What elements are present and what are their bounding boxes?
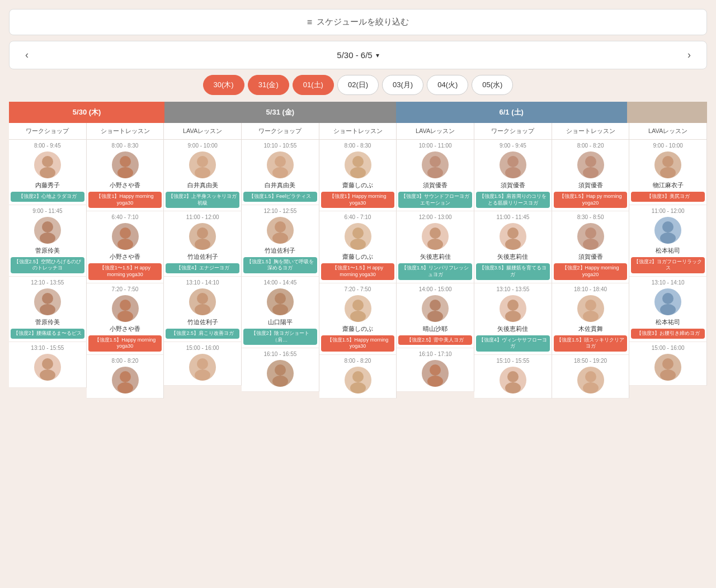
type-header-sat-short: ショートレッスン [552,123,630,140]
instructor-name: 白井真由美 [187,181,218,189]
type-header-thu-short: ショートレッスン [87,123,164,140]
svg-point-41 [427,167,443,178]
date-tab-tue[interactable]: 04(火) [427,75,468,95]
instructor-name: 菅原伶美 [35,318,60,326]
col-sat-short: ショートレッスン 8:00 - 8:20 須賀優香 【強度1.5】Hap py … [552,123,630,399]
svg-point-22 [197,358,208,369]
lesson-time: 6:40 - 7:10 [112,214,139,220]
lesson-time: 8:00 - 8:20 [112,358,139,364]
date-range-display[interactable]: 5/30 - 6/5 ▾ [337,50,379,60]
prev-arrow[interactable]: ‹ [21,47,33,63]
lesson-fri-w-4[interactable]: 16:10 - 16:55 [242,348,319,392]
lesson-time: 7:20 - 7:50 [112,286,139,292]
lesson-fri-s-2[interactable]: 6:40 - 7:10 齋藤しのぶ 【強度1〜1.5】H appy mornin… [319,211,397,283]
filter-bar[interactable]: ≡ スケジュールを絞り込む [9,9,707,35]
avatar [112,367,139,393]
svg-point-32 [352,156,364,167]
lesson-sat-l-3[interactable]: 14:00 - 15:00 晴山沙耶 【強度2.5】背中美人ヨガ [397,283,474,349]
date-tab-mon[interactable]: 03(月) [382,75,423,95]
lesson-time: 15:00 - 16:00 [186,345,219,351]
svg-point-7 [40,369,55,381]
next-arrow[interactable]: › [683,47,695,63]
lesson-fri-w-2[interactable]: 12:10 - 12:55 竹迫佐利子 【強度1.5】胸を開いて呼吸を深めるヨガ [242,205,319,277]
lesson-fri-w-1[interactable]: 10:10 - 10:55 白井真由美 【強度1.5】Feelピラティス [242,140,319,205]
avatar [267,151,294,178]
lesson-fri-s-3[interactable]: 7:20 - 7:50 齋藤しのぶ 【強度1.5】Happy morning y… [319,283,397,355]
lesson-sat-s-1[interactable]: 8:00 - 8:20 須賀優香 【強度1.5】Hap py morning y… [552,140,630,211]
lesson-extra-3[interactable]: 13:10 - 14:10 松本祐司 【強度3】お腰引き締めヨガ [629,277,707,342]
col-fri-short: ショートレッスン 8:00 - 8:30 齋藤しのぶ 【強度1】Happy mo… [319,123,397,399]
lesson-sat-l-1[interactable]: 10:00 - 11:00 須賀優香 【強度3】サウンドフローヨガエモーション [397,140,474,211]
lesson-fri-l-2[interactable]: 11:00 - 12:00 竹迫佐利子 【強度4】エナジーヨガ [164,211,242,277]
lesson-extra-4[interactable]: 15:00 - 16:00 [629,342,707,386]
lesson-time: 9:00 - 11:45 [32,208,62,214]
date-tab-thu[interactable]: 30(木) [203,75,244,95]
date-tab-sat[interactable]: 01(土) [293,75,334,95]
lesson-fri-w-3[interactable]: 14:00 - 14:45 山口陽平 【強度2】陰ヨガショート（肩… [242,277,319,348]
lesson-time: 8:30 - 8:50 [577,214,604,220]
svg-point-24 [275,156,286,167]
col-fri-workshop: ワークショップ 10:10 - 10:55 白井真由美 【強度1.5】Feelピ… [242,123,319,399]
lesson-thu-ws-4[interactable]: 13:10 - 15:55 [9,342,87,388]
svg-point-35 [350,239,366,250]
date-tab-sun[interactable]: 02(日) [337,75,379,95]
nav-bar: ‹ 5/30 - 6/5 ▾ › [9,41,707,69]
lesson-thu-s-3[interactable]: 7:20 - 7:50 小野さや香 【強度1.5】Happy morning y… [87,283,164,355]
lesson-thu-s-4[interactable]: 8:00 - 8:20 [87,355,164,399]
svg-point-31 [272,376,288,387]
lesson-fri-l-3[interactable]: 13:10 - 14:10 竹迫佐利子 【強度2.5】肩こり改善ヨガ [164,277,242,342]
lesson-sat-s-2[interactable]: 8:30 - 8:50 須賀優香 【強度2】Happy morning yoga… [552,211,630,283]
lesson-time: 14:00 - 15:00 [419,286,452,292]
instructor-name: 矢後恵莉佳 [497,325,528,333]
type-header-sat-ws: ワークショップ [474,123,552,140]
svg-point-55 [505,382,521,393]
lesson-thu-s-2[interactable]: 6:40 - 7:10 小野さや香 【強度1〜1.5】H appy mornin… [87,211,164,283]
lesson-time: 8:00 - 8:20 [345,358,371,364]
lesson-sat-w-3[interactable]: 13:10 - 13:55 矢後恵莉佳 【強度4】ヴィンヤサフローヨガ [474,283,552,355]
svg-point-0 [42,156,53,167]
lesson-sat-l-2[interactable]: 12:00 - 13:00 矢後恵莉佳 【強度1.5】リンパリフレッシュヨガ [397,211,474,283]
lesson-sat-w-1[interactable]: 9:00 - 9:45 須賀優香 【強度1.5】肩首周りのコリをとる筋膜リリース… [474,140,552,211]
lesson-thu-ws-2[interactable]: 9:00 - 11:45 菅原伶美 【強度2.5】空間ひろげるのびのトレッチヨ [9,205,87,277]
lesson-tag: 【強度1〜1.5】H appy morning yoga30 [88,263,162,279]
lesson-sat-w-4[interactable]: 15:10 - 15:55 [474,355,552,399]
date-tab-fri[interactable]: 31(金) [248,75,289,95]
avatar [267,217,294,244]
avatar [34,288,61,315]
filter-label: スケジュールを絞り込む [317,17,409,27]
lesson-sat-s-3[interactable]: 18:10 - 18:40 木佐貫舞 【強度1.5】頭スッキリクリアヨガ [552,283,630,355]
lesson-sat-w-2[interactable]: 11:00 - 11:45 矢後恵莉佳 【強度3.5】腸腰筋を育てるヨガ [474,211,552,283]
lesson-fri-l-4[interactable]: 15:00 - 16:00 [164,342,242,386]
lesson-fri-s-1[interactable]: 8:00 - 8:30 齋藤しのぶ 【強度1】Happy morning yog… [319,140,397,211]
lesson-thu-ws-1[interactable]: 8:00 - 9:45 内藤秀子 【強度2】心地よラダヨガ [9,140,87,205]
type-header-fri-ws: ワークショップ [242,123,319,140]
instructor-name: 竹迫佐利子 [187,318,218,326]
svg-point-10 [120,227,131,239]
svg-point-42 [430,227,441,239]
avatar [422,223,449,250]
lesson-time: 10:00 - 11:00 [419,143,452,149]
lesson-thu-ws-3[interactable]: 12:10 - 13:55 菅原伶美 【強度2】腰痛緩るま〜るピス [9,277,87,342]
svg-point-30 [275,364,286,376]
lesson-tag: 【強度2】ヨガフローリラックス [631,257,705,273]
lesson-thu-s-1[interactable]: 8:00 - 8:30 小野さや香 【強度1】Happy morning yog… [87,140,164,211]
date-range-text: 5/30 - 6/5 [337,50,372,60]
lesson-sat-l-4[interactable]: 16:10 - 17:10 [397,348,474,392]
lesson-time: 11:00 - 11:45 [496,214,529,220]
lesson-extra-1[interactable]: 9:00 - 10:00 物江麻衣子 【強度3】美尻ヨガ [629,140,707,205]
lesson-extra-2[interactable]: 11:00 - 12:00 松本祐司 【強度2】ヨガフローリラックス [629,205,707,277]
lesson-sat-s-4[interactable]: 18:50 - 19:20 [552,355,630,399]
filter-icon: ≡ [307,17,312,27]
lesson-fri-l-1[interactable]: 9:00 - 10:00 白井真由美 【強度2】上半身スッキリヨガ初級 [164,140,242,211]
lesson-tag: 【強度1】Happy morning yoga30 [321,192,395,208]
svg-point-17 [195,167,210,178]
avatar [577,151,604,178]
lesson-fri-s-4[interactable]: 8:00 - 8:20 [319,355,397,399]
date-tab-wed[interactable]: 05(水) [472,75,513,95]
lesson-tag: 【強度2】上半身スッキリヨガ初級 [166,192,239,208]
lesson-time: 13:10 - 15:55 [31,345,64,351]
avatar [34,217,61,244]
svg-point-14 [120,371,131,382]
type-header-extra-lava: LAVAレッスン [629,123,707,140]
svg-point-18 [197,227,208,239]
